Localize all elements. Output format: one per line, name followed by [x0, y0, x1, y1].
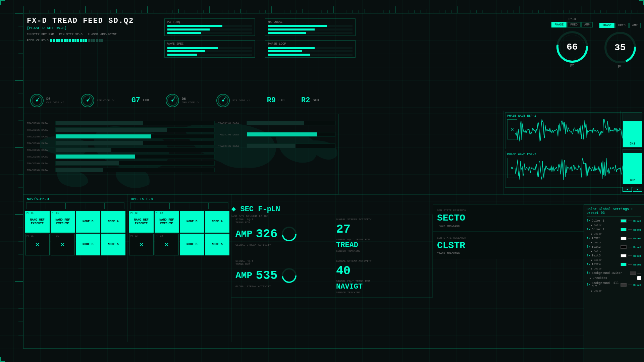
dial-info-1: STR CODE //	[97, 99, 115, 102]
dial-label-6: SXD	[313, 99, 319, 102]
node-cell-node-grid-2-3[interactable]: NODE A	[205, 211, 230, 233]
setting-reset-4[interactable]: Reset	[633, 237, 641, 240]
track-bar-container-right-1	[247, 132, 335, 137]
setting-color-box-2[interactable]	[621, 228, 627, 231]
freq-bar-fill-2	[268, 54, 310, 56]
track-row-left-1: TRACKING DATA	[27, 127, 215, 132]
dial-container: D6 CHG CODE // STR CODE // G7 FXD	[30, 94, 319, 107]
freq-panel-phase: PHASE LOOP	[265, 40, 356, 58]
gauge1-tab-phase[interactable]: PHASE	[551, 22, 567, 27]
node-cell-node-grid-2-5[interactable]: P: 02✕	[155, 234, 179, 255]
track-bar-container-left-3	[55, 141, 215, 145]
metric-sub-1: TRACK TRACKING	[437, 252, 603, 255]
freq-bar-row-2	[167, 54, 252, 56]
stats-sig-label-1-0: SIGNAL FQ-TTRANS ROM	[235, 259, 328, 265]
node-cell-node-grid-2-7[interactable]: NODE A	[205, 234, 230, 255]
node-cell-node-grid-1-6[interactable]: NODE B	[76, 234, 100, 255]
fader-btn1[interactable]: ◀	[623, 187, 632, 192]
gauge1-tab-fred[interactable]: FRED	[567, 22, 581, 27]
node-cell-node-grid-2-0[interactable]: P: 02NANO REF EXECUTE	[129, 211, 154, 233]
node-cell-node-grid-2-4[interactable]: P: 02✕	[129, 234, 154, 255]
gauge2-tab-phase[interactable]: PHASE	[599, 23, 614, 28]
gauge1-tab-amp[interactable]: AMP	[581, 22, 593, 27]
gauge2-tab-fred[interactable]: FRED	[615, 23, 629, 28]
freq-bar-fill-0	[167, 47, 218, 49]
node-cell-node-grid-1-2[interactable]: NODE B	[76, 211, 100, 233]
settings-items: fx Color 1 Reset ⬥ Color fx Color 2 Rese…	[587, 219, 641, 292]
setting-color-box-6[interactable]	[621, 245, 627, 249]
gauge2-circle: 35	[603, 31, 637, 64]
freq-label-phase: PHASE LOOP	[268, 42, 353, 46]
node-label-2: NODE B	[83, 220, 93, 224]
freq-bar-track-1	[167, 50, 252, 52]
freq-bar-fill-1	[167, 50, 205, 52]
setting-sub-label-15: Color	[594, 289, 602, 292]
node-p-label-4: P: 02	[130, 235, 138, 237]
settings-panel: Color Global Settings • preset 03 fx Col…	[584, 204, 644, 362]
setting-reset-10[interactable]: Reset	[633, 263, 641, 266]
feed-seg-0	[50, 39, 52, 42]
node-cell-node-grid-1-7[interactable]: NODE A	[101, 234, 126, 255]
gauge-group-2: PHASE FRED AMP 35 pt	[599, 17, 641, 68]
freq-bar-track-0	[268, 25, 353, 27]
metric-value-0: SECTO	[437, 213, 603, 223]
track-bar-container-left-4	[55, 147, 215, 152]
node-cell-node-grid-1-5[interactable]: P: 01✕	[51, 234, 75, 255]
gauge2-value: 35	[614, 43, 626, 53]
settings-title: Color Global Settings • preset 03	[587, 207, 641, 217]
node-cell-node-grid-2-2[interactable]: NODE B	[180, 211, 204, 233]
track-bar-left-1	[56, 128, 167, 132]
setting-sub-label-7: Color	[594, 250, 602, 253]
freq-bar-fill-2	[167, 54, 197, 56]
node-cell-node-grid-2-6[interactable]: NODE B	[180, 234, 204, 255]
dial-circle-1[interactable]	[81, 94, 94, 107]
dial-label-3: CHG CODE //	[182, 101, 200, 104]
node-p-label-1: P: 02	[156, 212, 163, 215]
setting-fx-label-2: Color 2	[592, 228, 619, 231]
setting-reset-0[interactable]: Reset	[633, 220, 641, 223]
svg-point-135	[87, 100, 88, 101]
setting-reset-2[interactable]: Reset	[633, 228, 641, 231]
feed-seg-15	[91, 39, 93, 42]
setting-fx-12: fx	[587, 272, 590, 275]
setting-row-13: ⬥ Checkbox	[587, 276, 641, 280]
setting-sub-icon-7: ⬥	[591, 250, 592, 253]
main-container: // Will be rendered via JS below FX-D TR…	[0, 0, 644, 362]
setting-color-box-0[interactable]	[621, 219, 627, 223]
setting-color-box-12[interactable]	[630, 272, 636, 275]
fader-btn2[interactable]: ▶	[633, 187, 642, 192]
fader-ch1[interactable]: CH1	[623, 112, 642, 147]
dial-circle-0[interactable]	[30, 94, 44, 107]
setting-sub-icon-9: ⬥	[591, 258, 592, 261]
feed-seg-7	[69, 39, 71, 42]
node-cell-node-grid-1-4[interactable]: P: 01✕	[25, 234, 50, 255]
setting-color-box-14[interactable]	[621, 283, 627, 287]
wave1-x-icon: ✕	[511, 126, 514, 133]
dial-section: D6 CHG CODE // STR CODE // G7 FXD	[23, 87, 644, 114]
node-cell-node-grid-1-1[interactable]: P: 01NANO REF EXECUTE	[51, 211, 75, 233]
fader-ch2[interactable]: CH2	[623, 149, 642, 184]
freq-bar-fill-1	[268, 50, 302, 52]
dial-circle-4[interactable]	[216, 94, 230, 107]
info1: CLUSTER PRT PRP	[27, 33, 54, 36]
setting-sub-label-11: Color	[594, 267, 602, 270]
setting-color-box-4[interactable]	[621, 237, 627, 240]
setting-checkbox-input-13[interactable]	[637, 276, 641, 280]
setting-row-0: fx Color 1 Reset	[587, 219, 641, 223]
setting-reset-8[interactable]: Reset	[633, 254, 641, 257]
node-cell-node-grid-2-1[interactable]: P: 02NANO REF EXECUTE	[155, 211, 179, 233]
dial-circle-3[interactable]	[166, 94, 179, 107]
setting-color-box-8[interactable]	[621, 254, 627, 257]
node-cell-node-grid-1-3[interactable]: NODE A	[101, 211, 126, 233]
setting-reset-6[interactable]: Reset	[633, 246, 641, 249]
gauge-container: Hf-3 PHASE FRED AMP 66	[551, 17, 641, 68]
dial-svg-0	[31, 94, 43, 107]
setting-reset-14[interactable]: Reset	[633, 284, 641, 287]
corner-tl	[0, 0, 5, 5]
setting-row-11: ⬥ Color	[587, 267, 641, 270]
dial-label-1: STR CODE //	[97, 99, 115, 102]
freq-bar-fill-0	[167, 25, 222, 27]
setting-color-box-10[interactable]	[621, 263, 627, 266]
node-cell-node-grid-1-0[interactable]: P: 01NANO REF EXECUTE	[25, 211, 50, 233]
gauge2-tab-amp[interactable]: AMP	[629, 23, 641, 28]
